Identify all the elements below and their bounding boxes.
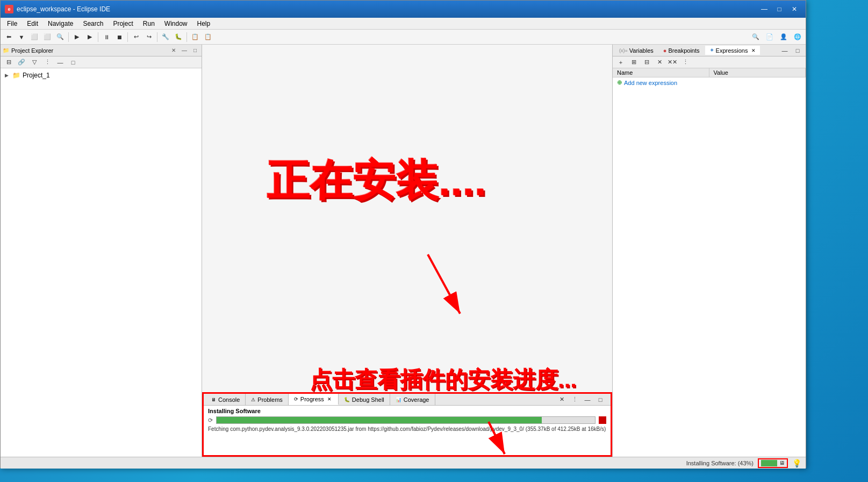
search-button[interactable]: 🔍 bbox=[750, 31, 762, 43]
col-value: Value bbox=[709, 68, 806, 77]
right-minimize-btn[interactable]: — bbox=[779, 45, 791, 56]
menu-bar: File Edit Navigate Search Project Run Wi… bbox=[1, 18, 806, 30]
expr-btn-2[interactable]: ⊞ bbox=[628, 56, 640, 68]
expr-btn-4[interactable]: ✕ bbox=[654, 56, 665, 68]
progress-bar-container bbox=[216, 416, 596, 424]
menu-navigate[interactable]: Navigate bbox=[44, 19, 77, 29]
toolbar-btn-14[interactable]: 📋 bbox=[189, 31, 201, 43]
toolbar-btn-6[interactable]: ▶ bbox=[71, 31, 83, 43]
project-explorer-toolbar: ⊟ 🔗 ▽ ⋮ — □ bbox=[1, 56, 202, 68]
status-bar: Installing Software: (43%) 🖥 💡 bbox=[1, 457, 806, 469]
tab-expressions[interactable]: ✦ Expressions ✕ bbox=[705, 46, 761, 55]
bottom-toolbar: ✕ ⋮ — □ bbox=[556, 394, 608, 406]
statusbar-lightbulb: 💡 bbox=[792, 459, 801, 467]
statusbar-progress-bar bbox=[761, 460, 777, 466]
overlay-progress-text: 点击查看插件的安装进度... bbox=[310, 365, 577, 395]
tab-coverage[interactable]: 📊 Coverage bbox=[390, 394, 435, 405]
toolbar-btn-3[interactable]: ⬜ bbox=[28, 31, 40, 43]
project-tree-item[interactable]: ▶ 📁 Project_1 bbox=[3, 70, 199, 80]
toolbar-btn-5[interactable]: 🔍 bbox=[54, 31, 66, 43]
bottom-section: 🖥 Console ⚠ Problems ⟳ Progress ✕ bbox=[202, 392, 612, 457]
menu-run[interactable]: Run bbox=[139, 19, 159, 29]
toolbar-btn-9[interactable]: ⏹ bbox=[113, 31, 125, 43]
fetching-text: Fetching com.python.pydev.analysis_9.3.0… bbox=[208, 426, 606, 432]
toolbar-btn-8[interactable]: ⏸ bbox=[101, 31, 112, 43]
maximize-button[interactable]: □ bbox=[772, 4, 786, 15]
toolbar-btn-17[interactable]: 👤 bbox=[778, 31, 790, 43]
project-explorer-maximize[interactable]: □ bbox=[191, 46, 199, 55]
toolbar-separator-2 bbox=[98, 32, 98, 42]
expr-btn-5[interactable]: ✕✕ bbox=[666, 56, 678, 68]
menu-search[interactable]: Search bbox=[78, 19, 107, 29]
bottom-minimize-btn[interactable]: — bbox=[582, 394, 593, 406]
menu-help[interactable]: Help bbox=[193, 19, 215, 29]
add-expression-label[interactable]: Add new expression bbox=[624, 80, 677, 86]
center-panel: 正在安装.... 🖥 bbox=[202, 45, 612, 457]
menu-file[interactable]: File bbox=[3, 19, 21, 29]
toolbar-btn-15[interactable]: 📋 bbox=[202, 31, 214, 43]
expr-btn-6[interactable]: ⋮ bbox=[679, 56, 691, 68]
right-panel: (x)= Variables ● Breakpoints ✦ Expressio… bbox=[612, 45, 806, 457]
add-expression-row[interactable]: ⊕ Add new expression bbox=[613, 77, 806, 88]
right-panel-controls: — □ bbox=[779, 45, 804, 56]
bottom-tab-bar: 🖥 Console ⚠ Problems ⟳ Progress ✕ bbox=[204, 394, 611, 406]
toolbar-separator-1 bbox=[68, 32, 69, 42]
expr-btn-1[interactable]: + bbox=[615, 56, 627, 68]
tab-problems[interactable]: ⚠ Problems bbox=[246, 394, 288, 405]
toolbar-btn-2[interactable]: ▼ bbox=[16, 31, 27, 43]
title-bar: e eclipse_workspace - Eclipse IDE — □ ✕ bbox=[1, 1, 806, 18]
bottom-menu-btn[interactable]: ⋮ bbox=[569, 394, 580, 406]
bottom-maximize-btn[interactable]: □ bbox=[594, 394, 606, 406]
pe-filter[interactable]: ▽ bbox=[28, 56, 40, 68]
project-explorer-header: 📁 Project Explorer ✕ — □ bbox=[1, 45, 202, 56]
project-explorer-minimize[interactable]: — bbox=[180, 46, 189, 55]
toolbar-btn-4[interactable]: ⬜ bbox=[41, 31, 53, 43]
project-name[interactable]: Project_1 bbox=[23, 72, 50, 79]
tab-debug-shell[interactable]: 🐛 Debug Shell bbox=[339, 394, 390, 405]
pe-maximize[interactable]: □ bbox=[67, 56, 79, 68]
toolbar-btn-13[interactable]: 🐛 bbox=[173, 31, 184, 43]
left-panel: 📁 Project Explorer ✕ — □ ⊟ 🔗 ▽ ⋮ — □ ▶ 📁… bbox=[1, 45, 202, 457]
pe-link[interactable]: 🔗 bbox=[16, 56, 27, 68]
toolbar-btn-1[interactable]: ⬅ bbox=[3, 31, 15, 43]
bottom-stop-btn[interactable]: ✕ bbox=[556, 394, 568, 406]
toolbar-btn-18[interactable]: 🌐 bbox=[792, 31, 804, 43]
right-table-content: ⊕ Add new expression bbox=[613, 77, 806, 457]
tab-variables[interactable]: (x)= Variables bbox=[615, 46, 658, 55]
toolbar-btn-12[interactable]: 🔧 bbox=[160, 31, 171, 43]
pe-minimize[interactable]: — bbox=[54, 56, 66, 68]
installing-title: Installing Software bbox=[208, 408, 606, 414]
pe-menu[interactable]: ⋮ bbox=[41, 56, 53, 68]
toolbar-btn-16[interactable]: 📄 bbox=[764, 31, 776, 43]
toolbar-separator-3 bbox=[127, 32, 128, 42]
minimize-button[interactable]: — bbox=[757, 4, 771, 15]
tab-progress[interactable]: ⟳ Progress ✕ bbox=[289, 394, 339, 405]
app-icon: e bbox=[5, 5, 13, 13]
menu-edit[interactable]: Edit bbox=[23, 19, 42, 29]
right-maximize-btn[interactable]: □ bbox=[792, 45, 804, 56]
overlay-installing-text: 正在安装.... bbox=[267, 152, 486, 210]
tab-progress-close[interactable]: ✕ bbox=[326, 396, 333, 402]
project-explorer-title: Project Explorer bbox=[11, 47, 167, 54]
toolbar-btn-10[interactable]: ↩ bbox=[130, 31, 142, 43]
tab-expressions-close[interactable]: ✕ bbox=[751, 48, 756, 53]
progress-refresh-icon[interactable]: ⟳ bbox=[208, 417, 213, 424]
project-explorer-close[interactable]: ✕ bbox=[169, 46, 178, 55]
tab-console[interactable]: 🖥 Console bbox=[206, 394, 246, 405]
toolbar-btn-7[interactable]: ▶ bbox=[84, 31, 96, 43]
col-name: Name bbox=[613, 68, 709, 77]
statusbar-progress-box[interactable]: 🖥 bbox=[758, 458, 788, 468]
tree-arrow: ▶ bbox=[5, 73, 10, 78]
arrow-down-icon bbox=[412, 249, 476, 324]
pe-collapse-all[interactable]: ⊟ bbox=[3, 56, 15, 68]
menu-project[interactable]: Project bbox=[109, 19, 137, 29]
menu-window[interactable]: Window bbox=[160, 19, 192, 29]
right-panel-toolbar: + ⊞ ⊟ ✕ ✕✕ ⋮ bbox=[613, 56, 806, 68]
tab-breakpoints[interactable]: ● Breakpoints bbox=[659, 46, 704, 55]
svg-line-1 bbox=[428, 254, 460, 314]
toolbar-btn-11[interactable]: ↪ bbox=[143, 31, 155, 43]
expr-btn-3[interactable]: ⊟ bbox=[641, 56, 652, 68]
close-button[interactable]: ✕ bbox=[787, 4, 801, 15]
progress-cancel-button[interactable] bbox=[599, 416, 606, 424]
folder-icon: 📁 bbox=[12, 72, 20, 79]
